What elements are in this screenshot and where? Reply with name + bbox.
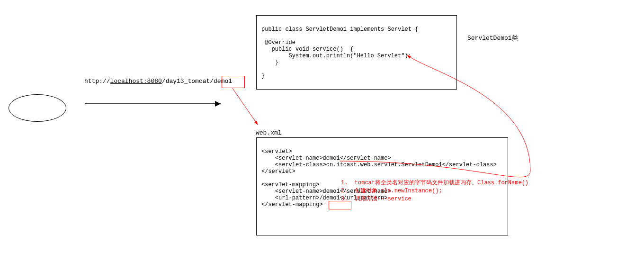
svg-marker-1 <box>215 101 221 107</box>
url-host: localhost:8080 <box>110 78 162 85</box>
svg-line-2 <box>232 88 258 125</box>
servlet-class-box: public class ServletDemo1 implements Ser… <box>256 15 457 90</box>
request-url: http://localhost:8080/day13_tomcat/demo1 <box>84 78 232 85</box>
class-label: ServletDemo1类 <box>467 34 518 42</box>
url-demo1-highlight <box>222 76 245 88</box>
url-path1: /day13_tomcat <box>162 78 210 85</box>
webxml-label: web.xml <box>256 129 282 136</box>
client-ellipse <box>9 94 66 122</box>
red-notes: 1. tomcat将全类名对应的字节码文件加载进内存。Class.forName… <box>341 172 528 203</box>
url-prefix: http:// <box>84 78 110 85</box>
servlet-class-code: public class ServletDemo1 implements Ser… <box>257 16 456 83</box>
